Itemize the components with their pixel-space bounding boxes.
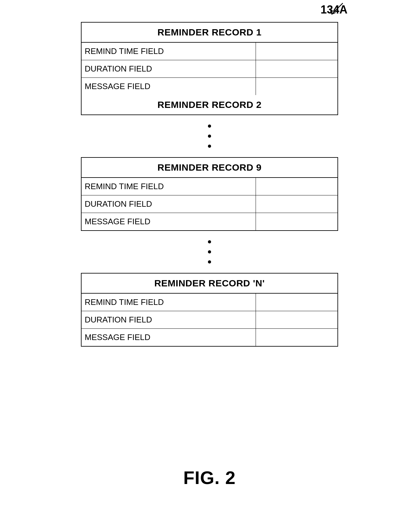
record-9-duration-row: DURATION FIELD — [81, 195, 338, 213]
record-1-duration-label: DURATION FIELD — [81, 60, 256, 78]
figure-label: FIG. 2 — [183, 467, 236, 488]
record-2-header: REMINDER RECORD 2 — [81, 95, 338, 115]
dot-4 — [208, 240, 211, 243]
dot-3 — [208, 145, 211, 148]
record-n-duration-row: DURATION FIELD — [81, 311, 338, 329]
record-n-remind-time-row: REMIND TIME FIELD — [81, 293, 338, 311]
record-2-header-row: REMINDER RECORD 2 — [81, 95, 338, 115]
record-9-message-value — [256, 213, 338, 231]
record-9-duration-value — [256, 195, 338, 213]
record-9-header: REMINDER RECORD 9 — [81, 157, 338, 178]
record-9-remind-time-row: REMIND TIME FIELD — [81, 178, 338, 195]
record-1-message-value — [256, 78, 338, 95]
reminder-record-n-table: REMINDER RECORD 'N' REMIND TIME FIELD DU… — [81, 273, 338, 347]
reminder-record-1-table: REMINDER RECORD 1 REMIND TIME FIELD DURA… — [81, 22, 338, 115]
arrow-icon — [327, 2, 346, 20]
dot-5 — [208, 250, 211, 253]
page-container: 134A REMINDER RECORD 1 REMIND TIME FIELD… — [0, 0, 419, 532]
record-1-header-row: REMINDER RECORD 1 — [81, 22, 338, 42]
dot-6 — [208, 260, 211, 263]
record-n-duration-label: DURATION FIELD — [81, 311, 256, 329]
record-n-header-row: REMINDER RECORD 'N' — [81, 273, 338, 293]
dot-2 — [208, 135, 211, 138]
record-9-remind-time-value — [256, 178, 338, 195]
record-1-remind-time-row: REMIND TIME FIELD — [81, 42, 338, 60]
dots-section-2 — [208, 231, 211, 273]
record-9-header-row: REMINDER RECORD 9 — [81, 157, 338, 178]
record-9-remind-time-label: REMIND TIME FIELD — [81, 178, 256, 195]
record-n-message-label: MESSAGE FIELD — [81, 329, 256, 347]
record-1-remind-time-label: REMIND TIME FIELD — [81, 42, 256, 60]
record-9-message-label: MESSAGE FIELD — [81, 213, 256, 231]
record-9-duration-label: DURATION FIELD — [81, 195, 256, 213]
record-1-duration-row: DURATION FIELD — [81, 60, 338, 78]
record-1-remind-time-value — [256, 42, 338, 60]
record-n-message-value — [256, 329, 338, 347]
reminder-record-9-table: REMINDER RECORD 9 REMIND TIME FIELD DURA… — [81, 157, 338, 231]
svg-line-0 — [332, 3, 343, 14]
record-n-duration-value — [256, 311, 338, 329]
record-n-message-row: MESSAGE FIELD — [81, 329, 338, 347]
record-1-header: REMINDER RECORD 1 — [81, 22, 338, 42]
dot-1 — [208, 125, 211, 128]
record-n-header: REMINDER RECORD 'N' — [81, 273, 338, 293]
dots-section-1 — [208, 115, 211, 157]
record-9-message-row: MESSAGE FIELD — [81, 213, 338, 231]
diagram-area: 134A REMINDER RECORD 1 REMIND TIME FIELD… — [81, 19, 338, 347]
record-n-remind-time-label: REMIND TIME FIELD — [81, 293, 256, 311]
record-1-duration-value — [256, 60, 338, 78]
record-n-remind-time-value — [256, 293, 338, 311]
record-1-message-row: MESSAGE FIELD — [81, 78, 338, 95]
record-1-message-label: MESSAGE FIELD — [81, 78, 256, 95]
